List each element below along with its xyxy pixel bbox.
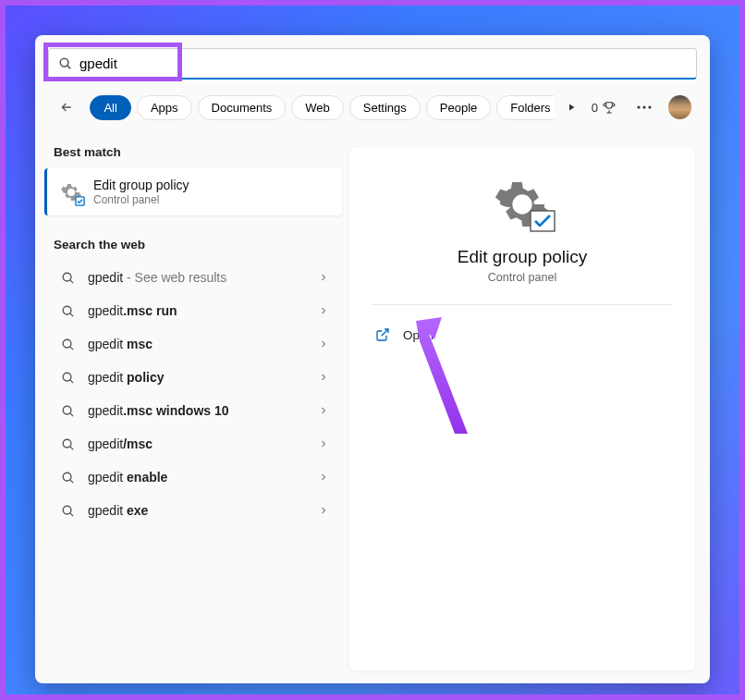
svg-point-8 (63, 306, 71, 314)
gear-check-icon (60, 181, 82, 203)
web-result-label: gpedit - See web results (88, 270, 318, 285)
search-icon (61, 304, 75, 318)
filter-pill-documents[interactable]: Documents (198, 95, 287, 120)
web-result-item[interactable]: gpedit msc (35, 327, 349, 361)
filter-pill-apps[interactable]: Apps (137, 95, 192, 120)
search-icon (61, 338, 75, 351)
rewards-indicator[interactable]: 0 (592, 100, 617, 115)
best-match-label: Best match (35, 138, 349, 168)
chevron-right-icon (318, 305, 329, 316)
web-search-label: Search the web (35, 230, 349, 261)
chevron-right-icon (318, 405, 329, 416)
filter-pill-settings[interactable]: Settings (349, 95, 421, 120)
svg-line-9 (70, 313, 73, 315)
details-column: Edit group policy Control panel Open (349, 134, 710, 683)
chevron-right-icon (318, 372, 329, 383)
open-action-label: Open (403, 328, 434, 342)
web-result-label: gpedit exe (88, 503, 318, 518)
user-avatar[interactable] (668, 95, 691, 119)
details-gear-check-icon (493, 175, 552, 234)
svg-point-6 (63, 273, 71, 281)
search-bar-row (35, 35, 710, 80)
filter-pill-all[interactable]: All (90, 95, 130, 120)
chevron-right-icon (318, 472, 329, 483)
web-result-item[interactable]: gpedit policy (35, 361, 349, 394)
web-result-label: gpedit enable (88, 470, 318, 485)
details-subtitle: Control panel (372, 271, 673, 284)
ellipsis-icon (637, 105, 652, 109)
web-result-item[interactable]: gpedit exe (35, 494, 349, 527)
svg-point-0 (60, 58, 68, 67)
best-match-text: Edit group policy Control panel (93, 178, 189, 206)
content-row: Best match Edit group policy Control pan… (35, 134, 710, 683)
filter-pill-web[interactable]: Web (291, 95, 344, 120)
svg-line-7 (70, 279, 73, 282)
chevron-right-icon (318, 272, 329, 283)
svg-point-4 (648, 105, 651, 108)
svg-point-12 (63, 373, 71, 381)
filter-more-button[interactable] (562, 94, 580, 120)
rewards-count: 0 (592, 101, 598, 115)
svg-point-3 (642, 105, 645, 108)
best-match-title: Edit group policy (93, 178, 189, 192)
svg-line-19 (70, 479, 73, 482)
search-icon (61, 271, 75, 285)
results-column: Best match Edit group policy Control pan… (35, 134, 349, 683)
svg-point-2 (637, 105, 640, 108)
details-title: Edit group policy (372, 247, 673, 267)
search-input-container[interactable] (48, 48, 697, 80)
details-divider (372, 304, 673, 305)
more-options-button[interactable] (631, 94, 656, 120)
best-match-item[interactable]: Edit group policy Control panel (44, 168, 342, 215)
svg-line-17 (70, 446, 73, 448)
filter-row: AllAppsDocumentsWebSettingsPeopleFolders… (35, 80, 710, 134)
svg-line-11 (70, 346, 73, 349)
web-result-item[interactable]: gpedit - See web results (35, 261, 349, 294)
open-external-icon (375, 327, 390, 342)
search-icon (58, 56, 72, 70)
filter-pills: AllAppsDocumentsWebSettingsPeopleFolders (90, 95, 555, 120)
web-result-label: gpedit/msc (88, 436, 318, 451)
open-action[interactable]: Open (372, 322, 673, 348)
svg-point-18 (63, 473, 71, 481)
search-icon (61, 404, 75, 418)
web-result-item[interactable]: gpedit enable (35, 461, 349, 494)
web-result-label: gpedit.msc run (88, 303, 318, 318)
svg-rect-22 (531, 211, 555, 231)
filter-pill-folders[interactable]: Folders (496, 95, 555, 120)
search-input[interactable] (79, 55, 687, 71)
web-result-item[interactable]: gpedit.msc windows 10 (35, 394, 349, 427)
web-result-label: gpedit policy (88, 370, 318, 385)
details-card: Edit group policy Control panel Open (349, 147, 695, 670)
svg-point-10 (63, 339, 71, 348)
search-icon (61, 504, 75, 518)
chevron-right-icon (318, 505, 329, 516)
web-result-label: gpedit.msc windows 10 (88, 403, 318, 418)
svg-line-1 (67, 66, 70, 68)
trophy-icon (602, 100, 617, 115)
web-result-label: gpedit msc (88, 337, 318, 351)
search-icon (61, 471, 75, 485)
svg-line-15 (70, 412, 73, 415)
svg-point-16 (63, 439, 71, 448)
chevron-right-icon (318, 338, 329, 350)
back-button[interactable] (54, 94, 79, 120)
svg-line-21 (70, 512, 73, 515)
best-match-subtitle: Control panel (93, 193, 189, 206)
windows-search-panel: AllAppsDocumentsWebSettingsPeopleFolders… (35, 35, 710, 683)
svg-line-13 (70, 379, 73, 382)
web-result-item[interactable]: gpedit.msc run (35, 294, 349, 327)
web-result-item[interactable]: gpedit/msc (35, 427, 349, 461)
filter-pill-people[interactable]: People (426, 95, 491, 120)
search-icon (61, 437, 75, 451)
chevron-right-icon (318, 438, 329, 449)
svg-point-14 (63, 406, 71, 414)
svg-point-20 (63, 506, 71, 514)
search-icon (61, 371, 75, 385)
web-results-list: gpedit - See web resultsgpedit.msc rungp… (35, 261, 349, 527)
